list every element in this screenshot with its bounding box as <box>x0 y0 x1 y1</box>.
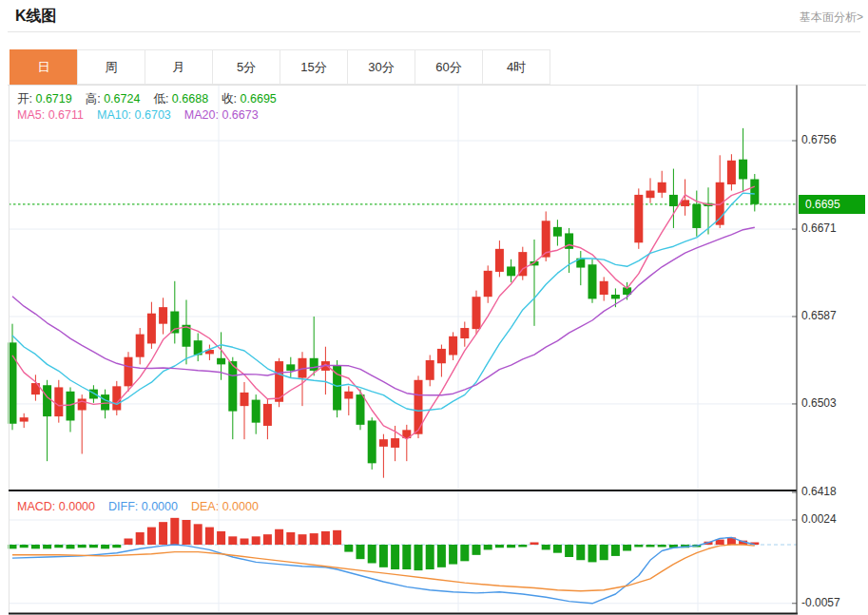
macd-bar[interactable] <box>194 524 203 545</box>
candle[interactable] <box>542 211 550 261</box>
macd-bar[interactable] <box>716 540 724 545</box>
macd-bar[interactable] <box>241 539 249 546</box>
candle[interactable] <box>402 425 411 461</box>
macd-bar[interactable] <box>54 545 63 548</box>
candle[interactable] <box>241 382 249 439</box>
macd-bar[interactable] <box>391 545 399 569</box>
candle[interactable] <box>89 385 98 403</box>
candle[interactable] <box>125 352 133 392</box>
candle[interactable] <box>681 180 689 216</box>
macd-bar[interactable] <box>634 545 643 548</box>
candle[interactable] <box>518 247 527 280</box>
candle[interactable] <box>205 345 214 360</box>
macd-bar[interactable] <box>646 545 655 548</box>
macd-bar[interactable] <box>460 545 469 561</box>
macd-bar[interactable] <box>576 545 585 560</box>
candle[interactable] <box>716 155 724 228</box>
candle[interactable] <box>286 357 295 378</box>
macd-bar[interactable] <box>67 545 75 548</box>
macd-bar[interactable] <box>159 522 167 545</box>
macd-bar[interactable] <box>333 530 341 545</box>
candle[interactable] <box>321 347 330 394</box>
macd-bar[interactable] <box>426 545 434 569</box>
candle[interactable] <box>379 434 388 478</box>
macd-bar[interactable] <box>321 531 330 545</box>
macd-bar[interactable] <box>78 545 87 548</box>
macd-bar[interactable] <box>600 545 608 560</box>
macd-bar[interactable] <box>437 545 446 567</box>
macd-bar[interactable] <box>473 545 481 555</box>
macd-bar[interactable] <box>43 545 51 548</box>
candle[interactable] <box>263 398 272 439</box>
candle[interactable] <box>739 128 747 192</box>
candle[interactable] <box>183 299 191 364</box>
macd-bar[interactable] <box>344 545 353 552</box>
candle[interactable] <box>426 356 434 387</box>
macd-bar[interactable] <box>623 545 631 551</box>
candle[interactable] <box>576 251 585 285</box>
macd-bar[interactable] <box>658 545 666 548</box>
macd-bar[interactable] <box>368 545 376 564</box>
candle[interactable] <box>78 394 87 453</box>
candle[interactable] <box>600 277 608 300</box>
candle[interactable] <box>159 298 167 334</box>
candle[interactable] <box>67 387 75 432</box>
candle[interactable] <box>437 345 446 377</box>
candle[interactable] <box>727 154 736 190</box>
macd-bar[interactable] <box>565 545 573 557</box>
macd-bar[interactable] <box>217 531 225 545</box>
macd-bar[interactable] <box>415 545 423 570</box>
macd-bar[interactable] <box>170 518 179 545</box>
macd-bar[interactable] <box>286 532 295 545</box>
macd-bar[interactable] <box>402 545 411 569</box>
macd-bar[interactable] <box>101 545 109 548</box>
macd-bar[interactable] <box>484 545 492 549</box>
candle[interactable] <box>54 380 63 423</box>
macd-bar[interactable] <box>530 543 539 546</box>
candle[interactable] <box>228 357 237 439</box>
candle[interactable] <box>20 413 29 428</box>
macd-bar[interactable] <box>136 532 145 545</box>
macd-bar[interactable] <box>125 539 133 546</box>
macd-bar[interactable] <box>518 545 527 548</box>
candle[interactable] <box>750 174 759 211</box>
macd-bar[interactable] <box>588 545 597 562</box>
candle[interactable] <box>275 358 283 407</box>
macd-bar[interactable] <box>507 545 515 548</box>
macd-bar[interactable] <box>449 545 457 565</box>
macd-bar[interactable] <box>205 528 214 545</box>
candle[interactable] <box>136 328 145 364</box>
macd-bar[interactable] <box>553 545 562 553</box>
macd-bar[interactable] <box>611 545 620 556</box>
candle[interactable] <box>484 265 492 302</box>
macd-bar[interactable] <box>252 536 260 545</box>
macd-bar[interactable] <box>147 528 156 545</box>
candle[interactable] <box>507 259 515 282</box>
candle[interactable] <box>553 220 562 245</box>
candle[interactable] <box>473 291 481 335</box>
candle[interactable] <box>368 417 376 470</box>
macd-bar[interactable] <box>275 529 283 545</box>
macd-bar[interactable] <box>228 536 237 545</box>
candle[interactable] <box>252 394 260 434</box>
candle[interactable] <box>495 240 504 277</box>
macd-bar[interactable] <box>20 545 29 548</box>
macd-bar[interactable] <box>542 545 550 549</box>
macd-bar[interactable] <box>379 545 388 567</box>
candle[interactable] <box>194 334 203 362</box>
macd-bar[interactable] <box>31 545 40 548</box>
candle[interactable] <box>704 187 713 234</box>
candle[interactable] <box>147 302 156 349</box>
macd-bar[interactable] <box>357 545 365 559</box>
macd-bar[interactable] <box>310 533 318 545</box>
candle[interactable] <box>658 171 666 198</box>
candle[interactable] <box>634 188 643 248</box>
macd-bar[interactable] <box>183 520 191 545</box>
macd-bar[interactable] <box>89 545 98 548</box>
candle[interactable] <box>646 178 655 202</box>
candle[interactable] <box>344 386 353 415</box>
candle[interactable] <box>112 381 121 415</box>
candle[interactable] <box>588 259 597 303</box>
macd-bar[interactable] <box>495 545 504 548</box>
candle[interactable] <box>530 240 539 326</box>
